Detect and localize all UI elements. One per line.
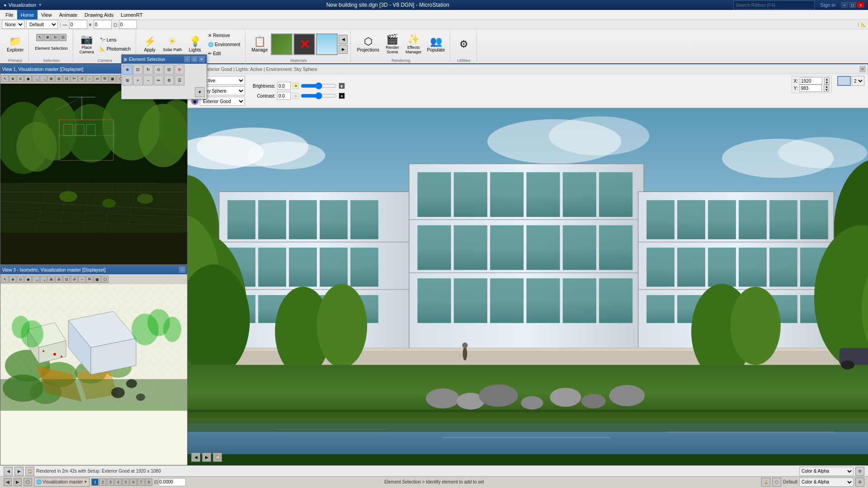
vp3-tb-13[interactable]: ▦ xyxy=(94,276,101,283)
vp3-tb-7[interactable]: ⊞ xyxy=(47,276,55,283)
element-selection-button[interactable]: Element Selection xyxy=(33,42,70,55)
sel-tool-e[interactable]: ⚙ xyxy=(164,75,174,85)
x-spinbox[interactable]: ▲ ▼ xyxy=(824,77,830,84)
expand-btn[interactable]: ▼ xyxy=(195,87,205,97)
photomatch-button[interactable]: 📐 Photomatch xyxy=(98,45,133,53)
explorer-button[interactable]: 📁 Explorer xyxy=(5,31,26,57)
vp3-tb-11[interactable]: ↔ xyxy=(78,276,85,283)
float-max[interactable]: □ xyxy=(191,56,198,62)
color-alpha-select[interactable]: Color & Alpha xyxy=(799,467,854,476)
lineweight-input[interactable] xyxy=(69,20,87,29)
status-settings[interactable]: ⚙ xyxy=(855,467,864,476)
page-4[interactable]: 4 xyxy=(114,479,122,486)
contrast-value[interactable]: 0.0 xyxy=(277,92,291,100)
sel-tool-b[interactable]: + xyxy=(133,75,143,85)
menu-view[interactable]: View xyxy=(38,10,56,19)
brightness-value[interactable]: 0.0 xyxy=(277,82,291,90)
close-button[interactable]: × xyxy=(857,2,864,8)
vp3-tb-14[interactable]: ⬡ xyxy=(101,276,108,283)
viewport3-canvas[interactable] xyxy=(0,284,187,465)
contrast-dark-icon[interactable]: ● xyxy=(339,93,345,99)
sel-mode-4[interactable]: ⊙ xyxy=(154,65,164,75)
vp1-tb-4[interactable]: ◉ xyxy=(24,75,32,82)
material-thumb-2[interactable]: ✕ xyxy=(293,33,315,55)
sel-tool-1[interactable]: ↖ xyxy=(36,34,43,41)
render-scene-button[interactable]: 🎬 RenderScene xyxy=(382,31,402,57)
vp1-tb-14[interactable]: ⧉ xyxy=(101,75,108,82)
sel-mode-2[interactable]: ⊡ xyxy=(133,65,143,75)
menu-home[interactable]: Home xyxy=(17,10,38,19)
ribbon-search[interactable] xyxy=(733,0,815,9)
close-setup-bar[interactable]: × xyxy=(859,66,866,72)
populate-button[interactable]: 👥 Populate xyxy=(425,31,447,57)
menu-drawing-aids[interactable]: Drawing Aids xyxy=(81,10,117,19)
lens-button[interactable]: 🔭 Lens xyxy=(98,36,133,44)
lock-icon[interactable]: 🔒 xyxy=(761,478,770,487)
bottom-settings[interactable]: ⚙ xyxy=(855,478,864,487)
nav-home[interactable]: 🏠 xyxy=(213,453,222,462)
bottom-nav-back[interactable]: ◀ xyxy=(4,478,12,486)
sel-tool-f[interactable]: ☰ xyxy=(175,75,184,85)
place-camera-button[interactable]: 📷 PlaceCamera xyxy=(77,31,97,57)
mat-next[interactable]: ▶ xyxy=(339,45,348,54)
brightness-slider[interactable] xyxy=(301,83,337,89)
bottom-nav-home[interactable]: ⬡ xyxy=(24,478,32,486)
vp3-min[interactable]: − xyxy=(179,267,185,273)
material-thumb-3[interactable] xyxy=(316,33,338,55)
float-close[interactable]: × xyxy=(198,56,205,62)
default-icon[interactable]: ⬡ xyxy=(772,478,781,487)
float-min[interactable]: − xyxy=(184,56,190,62)
y-coord-input[interactable]: 983 xyxy=(799,84,822,92)
vp3-tb-9[interactable]: ⊡ xyxy=(63,276,70,283)
sel-mode-1[interactable]: ⊕ xyxy=(123,65,132,75)
vp1-tb-1[interactable]: ↖ xyxy=(1,75,9,82)
viewport-3d-render[interactable]: ◀ ▶ 🏠 xyxy=(188,108,868,465)
status-home[interactable]: 🏠 xyxy=(25,467,34,476)
bottom-color-alpha[interactable]: Color & Alpha xyxy=(799,478,854,487)
menu-file[interactable]: File xyxy=(2,10,17,19)
y-spinbox[interactable]: ▲ ▼ xyxy=(824,84,829,92)
nav-forward[interactable]: ▶ xyxy=(202,453,211,462)
vp1-tb-3[interactable]: ⊙ xyxy=(17,75,24,82)
sel-mode-3[interactable]: ↻ xyxy=(143,65,153,75)
sel-tool-4[interactable]: ⊡ xyxy=(59,34,66,41)
solar-path-button[interactable]: ☀ Solar Path xyxy=(160,31,184,57)
vp1-tb-5[interactable]: 🔍 xyxy=(32,75,39,82)
vp3-tb-12[interactable]: ⧉ xyxy=(86,276,93,283)
page-8[interactable]: 8 xyxy=(145,479,152,486)
contrast-slider[interactable] xyxy=(301,93,337,99)
page-7[interactable]: 7 xyxy=(137,479,145,486)
material-thumb-1[interactable] xyxy=(271,33,292,55)
x-coord-input[interactable]: 1920 xyxy=(800,77,822,84)
brightness-sun-icon[interactable]: ☀ xyxy=(292,83,299,89)
sel-mode-5[interactable]: ⊟ xyxy=(164,65,174,75)
vp1-tb-11[interactable]: ↺ xyxy=(78,75,85,82)
transparency-input[interactable] xyxy=(119,20,137,29)
vp3-tb-3[interactable]: ⊙ xyxy=(17,276,24,283)
vp1-tb-15[interactable]: ▦ xyxy=(109,75,116,82)
edit-button[interactable]: ✏ Edit xyxy=(206,49,242,57)
vp1-tb-10[interactable]: ⊢ xyxy=(71,75,78,82)
lights-button[interactable]: 💡 Lights xyxy=(185,31,205,57)
sel-tool-c[interactable]: − xyxy=(143,75,153,85)
page-2[interactable]: 2 xyxy=(99,479,106,486)
vp1-tb-8[interactable]: ⊟ xyxy=(55,75,62,82)
status-nav-fwd[interactable]: ▶ xyxy=(14,467,24,476)
utilities-btn-1[interactable]: ⚙ xyxy=(454,31,474,57)
page-5[interactable]: 5 xyxy=(122,479,129,486)
vp1-tb-7[interactable]: ⊞ xyxy=(47,75,55,82)
vp3-tb-8[interactable]: ⊟ xyxy=(55,276,62,283)
vp3-tb-1[interactable]: ↖ xyxy=(1,276,9,283)
apply-button[interactable]: ⚡ Apply xyxy=(140,31,160,57)
view-page-select[interactable]: 2 xyxy=(852,76,864,86)
sel-mode-red[interactable]: ⊗ xyxy=(175,65,184,75)
sign-in-button[interactable]: Sign in xyxy=(816,0,839,10)
menu-lumenrt[interactable]: LumenRT xyxy=(117,10,146,19)
environment-button[interactable]: 🌐 Environment xyxy=(206,40,242,48)
viewport1-canvas[interactable] xyxy=(0,84,187,264)
vp3-tb-4[interactable]: ◉ xyxy=(24,276,32,283)
vp1-tb-13[interactable]: ⇔ xyxy=(94,75,101,82)
active-level-select[interactable]: None xyxy=(2,20,24,29)
vp3-tb-6[interactable]: 🔍 xyxy=(40,276,47,283)
remove-button[interactable]: ✕ Remove xyxy=(206,31,242,39)
